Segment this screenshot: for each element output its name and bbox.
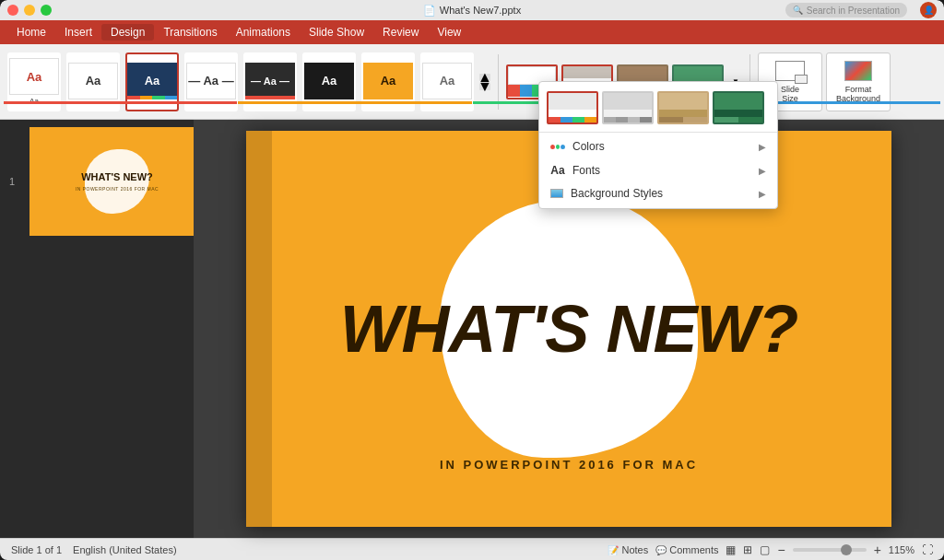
- bg-styles-arrow: ▶: [759, 189, 766, 199]
- canvas-title: WHAT'S NEW?: [340, 291, 798, 367]
- search-bar[interactable]: 🔍 Search in Presentation: [785, 3, 907, 18]
- maximize-button[interactable]: [41, 5, 52, 16]
- variant-thumb-4[interactable]: [713, 91, 764, 124]
- fonts-label: Fonts: [572, 164, 600, 177]
- menu-slideshow[interactable]: Slide Show: [300, 24, 373, 41]
- view-grid-icon[interactable]: ⊞: [743, 543, 752, 556]
- variant-thumbnails: [539, 86, 777, 130]
- slide-thumb-wrapper: 1 WHAT'S NEW? IN POWERPOINT 2016 FOR MAC: [30, 127, 186, 236]
- thumb-subtitle: IN POWERPOINT 2016 FOR MAC: [76, 186, 159, 192]
- variant-dropdown: Colors ▶ Aa Fonts ▶ Background Styles ▶: [538, 81, 778, 209]
- variant-thumb-1[interactable]: [547, 91, 598, 124]
- zoom-slider[interactable]: [793, 548, 867, 552]
- menu-home[interactable]: Home: [7, 24, 55, 41]
- palette-icon: [550, 139, 565, 154]
- dropdown-divider: [539, 132, 777, 133]
- dropdown-bg-styles[interactable]: Background Styles ▶: [539, 182, 777, 204]
- dropdown-colors[interactable]: Colors ▶: [539, 134, 777, 158]
- theme-scroll[interactable]: ▲ ▼: [479, 74, 490, 90]
- menu-transitions[interactable]: Transitions: [154, 24, 226, 41]
- statusbar: Slide 1 of 1 English (United States) 📝 N…: [0, 538, 944, 560]
- fonts-arrow: ▶: [759, 166, 766, 176]
- menu-animations[interactable]: Animations: [227, 24, 300, 41]
- colors-arrow: ▶: [759, 142, 766, 152]
- status-right: 📝 Notes 💬 Comments ▦ ⊞ ▢ − + 115% ⛶: [608, 542, 933, 557]
- zoom-out-button[interactable]: −: [777, 542, 785, 557]
- titlebar: 📄 What's New7.pptx 🔍 Search in Presentat…: [0, 0, 944, 20]
- menu-view[interactable]: View: [428, 24, 470, 41]
- comments-button[interactable]: 💬 Comments: [655, 544, 718, 555]
- zoom-level: 115%: [889, 544, 914, 555]
- variant-thumb-3[interactable]: [657, 91, 709, 124]
- ribbon: Aa Aa Aa Aa — Aa: [0, 44, 944, 120]
- search-icon: 🔍: [793, 6, 803, 15]
- main-area: 1 WHAT'S NEW? IN POWERPOINT 2016 FOR MAC…: [0, 120, 944, 538]
- theme-1[interactable]: Aa Aa: [7, 52, 61, 111]
- menubar: Home Insert Design Transitions Animation…: [0, 20, 944, 44]
- slide-number: 1: [9, 176, 15, 187]
- minimize-button[interactable]: [24, 5, 35, 16]
- slide-thumbnail[interactable]: WHAT'S NEW? IN POWERPOINT 2016 FOR MAC: [30, 127, 194, 236]
- variant-thumb-2[interactable]: [602, 91, 654, 124]
- menu-design[interactable]: Design: [101, 24, 154, 41]
- user-avatar[interactable]: 👤: [920, 2, 937, 18]
- zoom-in-button[interactable]: +: [874, 542, 881, 557]
- window-title: 📄 What's New7.pptx: [423, 5, 521, 17]
- thumb-title: WHAT'S NEW?: [81, 171, 153, 182]
- notes-button[interactable]: 📝 Notes: [608, 544, 648, 555]
- fit-screen-icon[interactable]: ⛶: [922, 543, 933, 556]
- slide-count: Slide 1 of 1: [11, 544, 62, 555]
- close-button[interactable]: [7, 5, 18, 16]
- dropdown-fonts[interactable]: Aa Fonts ▶: [539, 158, 777, 182]
- slide-panel: 1 WHAT'S NEW? IN POWERPOINT 2016 FOR MAC: [0, 120, 194, 538]
- menu-review[interactable]: Review: [373, 24, 428, 41]
- canvas-subtitle: IN POWERPOINT 2016 FOR MAC: [440, 458, 698, 472]
- view-normal-icon[interactable]: ▦: [726, 543, 736, 556]
- colors-label: Colors: [572, 140, 605, 153]
- language: English (United States): [73, 544, 177, 555]
- view-reading-icon[interactable]: ▢: [760, 543, 770, 556]
- canvas-left-bar: [246, 131, 272, 527]
- bg-styles-icon: [550, 189, 563, 198]
- font-icon: Aa: [550, 163, 565, 178]
- menu-insert[interactable]: Insert: [55, 24, 101, 41]
- bg-styles-label: Background Styles: [571, 187, 663, 200]
